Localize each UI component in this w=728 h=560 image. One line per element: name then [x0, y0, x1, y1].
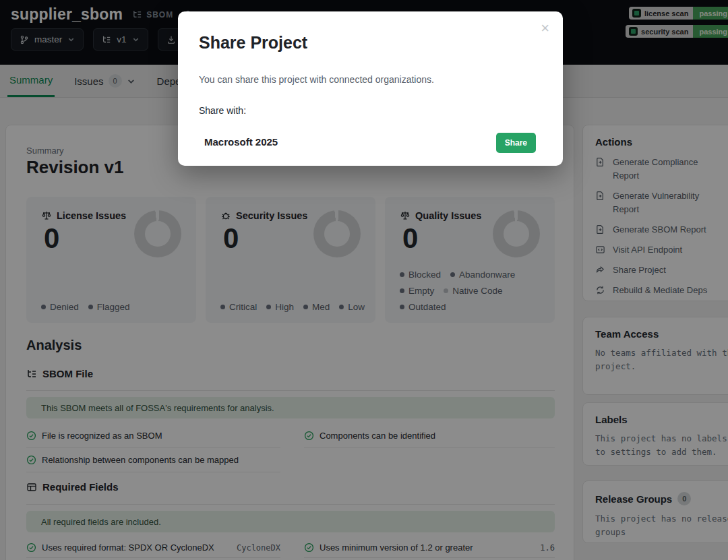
- modal-description: You can share this project with connecte…: [199, 74, 434, 85]
- close-icon[interactable]: ×: [541, 21, 549, 36]
- project-page: supplier_sbom SBOM master: [0, 0, 728, 560]
- share-project-modal: × Share Project You can share this proje…: [178, 11, 563, 166]
- organization-name: Macrosoft 2025: [204, 136, 278, 148]
- modal-title: Share Project: [199, 33, 307, 53]
- share-with-label: Share with:: [199, 105, 246, 116]
- share-button[interactable]: Share: [496, 133, 536, 153]
